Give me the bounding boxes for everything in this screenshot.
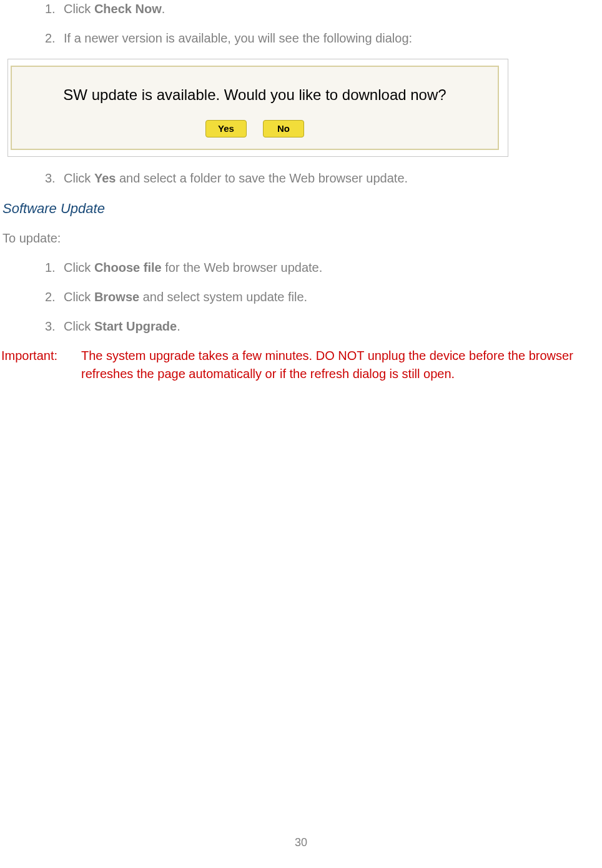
list-number: 3. xyxy=(45,317,64,336)
list-item: 2. Click Browse and select system update… xyxy=(45,288,602,306)
important-note: Important: The system upgrade takes a fe… xyxy=(1,347,602,383)
no-button[interactable]: No xyxy=(263,120,304,137)
text-pre: Click xyxy=(64,319,94,333)
list-number: 1. xyxy=(45,259,64,277)
important-label: Important: xyxy=(1,347,81,383)
important-body: The system upgrade takes a few minutes. … xyxy=(81,347,602,383)
text-post: . xyxy=(177,319,180,333)
dialog-inner: SW update is available. Would you like t… xyxy=(11,66,499,150)
list-item: 2. If a newer version is available, you … xyxy=(45,29,602,47)
list-item: 1. Click Choose file for the Web browser… xyxy=(45,259,602,277)
sw-update-dialog: SW update is available. Would you like t… xyxy=(7,59,508,157)
to-update-label: To update: xyxy=(2,229,602,247)
list-text: If a newer version is available, you wil… xyxy=(64,29,602,47)
page-number: 30 xyxy=(0,834,602,851)
page-content: 1. Click Check Now. 2. If a newer versio… xyxy=(0,0,602,868)
list-text: Click Browse and select system update fi… xyxy=(64,288,602,306)
list-number: 2. xyxy=(45,288,64,306)
dialog-message: SW update is available. Would you like t… xyxy=(18,84,491,106)
text-pre: Click xyxy=(64,171,94,185)
update-steps: 1. Click Choose file for the Web browser… xyxy=(0,259,602,336)
list-text: Click Start Upgrade. xyxy=(64,317,602,336)
list-item: 1. Click Check Now. xyxy=(45,0,602,18)
check-update-steps: 1. Click Check Now. 2. If a newer versio… xyxy=(0,0,602,47)
text-post: and select a folder to save the Web brow… xyxy=(116,171,408,185)
list-item: 3. Click Start Upgrade. xyxy=(45,317,602,336)
list-number: 2. xyxy=(45,29,64,47)
text-post: and select system update file. xyxy=(139,290,307,304)
yes-button[interactable]: Yes xyxy=(205,120,247,137)
text-bold: Browse xyxy=(94,290,139,304)
text-bold: Start Upgrade xyxy=(94,319,177,333)
software-update-heading: Software Update xyxy=(2,199,602,219)
text-bold: Check Now xyxy=(94,2,162,16)
list-text: Click Check Now. xyxy=(64,0,602,18)
text-bold: Yes xyxy=(94,171,116,185)
dialog-buttons: Yes No xyxy=(18,120,491,137)
text-pre: If a newer version is available, you wil… xyxy=(64,31,412,45)
check-update-steps-cont: 3. Click Yes and select a folder to save… xyxy=(0,169,602,187)
text-pre: Click xyxy=(64,261,94,274)
text-pre: Click xyxy=(64,290,94,304)
text-post: for the Web browser update. xyxy=(162,261,323,274)
list-item: 3. Click Yes and select a folder to save… xyxy=(45,169,602,187)
list-text: Click Yes and select a folder to save th… xyxy=(64,169,602,187)
list-number: 1. xyxy=(45,0,64,18)
list-text: Click Choose file for the Web browser up… xyxy=(64,259,602,277)
list-number: 3. xyxy=(45,169,64,187)
text-post: . xyxy=(162,2,165,16)
text-bold: Choose file xyxy=(94,261,162,274)
text-pre: Click xyxy=(64,2,94,16)
